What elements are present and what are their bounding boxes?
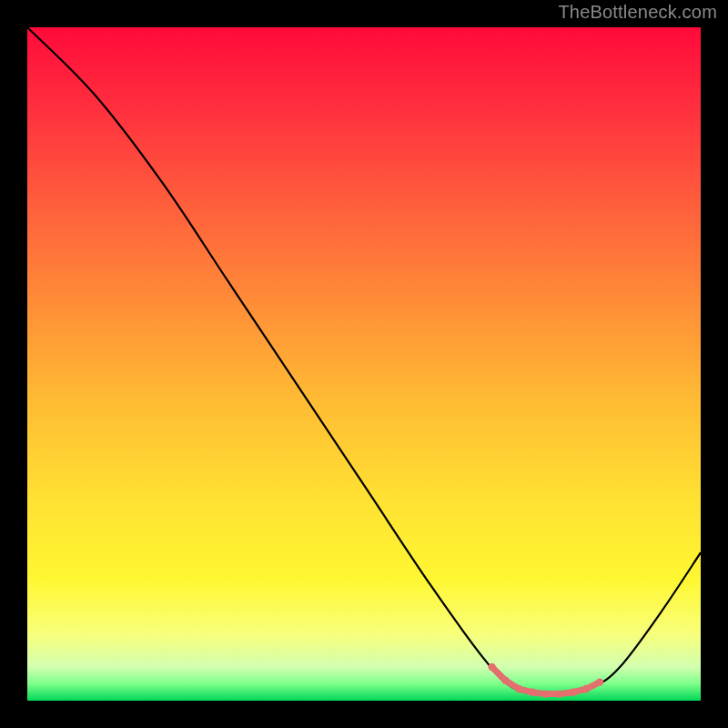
- sweet-spot-dot: [582, 685, 590, 693]
- sweet-spot-dot: [555, 690, 562, 697]
- sweet-spot-dot: [529, 689, 536, 696]
- sweet-spot-dot: [501, 677, 509, 684]
- chart-plot-area: [27, 27, 701, 701]
- bottleneck-chart: [27, 27, 701, 701]
- sweet-spot-dot: [596, 678, 603, 685]
- sweet-spot-dot: [542, 690, 550, 697]
- sweet-spot-dot: [569, 689, 576, 696]
- attribution-label: TheBottleneck.com: [558, 2, 717, 23]
- sweet-spot-dot: [515, 685, 522, 693]
- sweet-spot-dot: [488, 663, 495, 671]
- gradient-background: [27, 27, 701, 701]
